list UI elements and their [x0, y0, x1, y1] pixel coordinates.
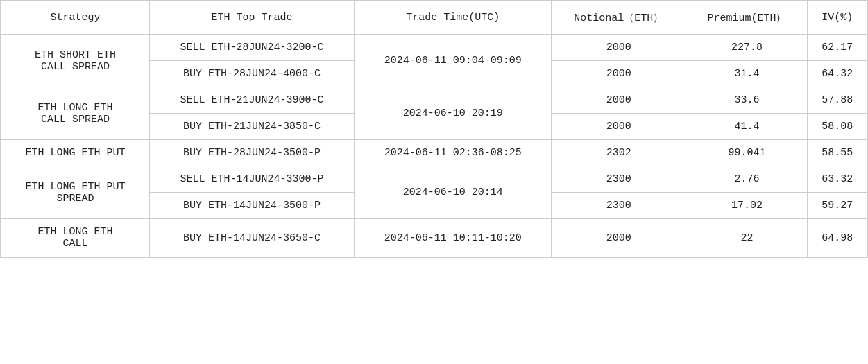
main-table-container: Strategy ETH Top Trade Trade Time(UTC) N…	[0, 0, 868, 258]
iv-cell: 63.32	[808, 166, 867, 193]
notional-cell: 2300	[552, 166, 686, 193]
table-row: ETH LONG ETH CALLBUY ETH-14JUN24-3650-C2…	[1, 219, 867, 257]
trade-time-cell: 2024-06-10 20:19	[355, 87, 552, 140]
trade-cell: SELL ETH-14JUN24-3300-P	[149, 166, 354, 193]
trade-cell: BUY ETH-28JUN24-3500-P	[149, 140, 354, 166]
premium-cell: 227.8	[686, 35, 808, 61]
table-row: ETH SHORT ETH CALL SPREADSELL ETH-28JUN2…	[1, 35, 867, 61]
premium-cell: 17.02	[686, 193, 808, 219]
iv-cell: 58.08	[808, 114, 867, 140]
header-iv: IV(%)	[808, 1, 867, 35]
table-row: ETH LONG ETH CALL SPREADSELL ETH-21JUN24…	[1, 87, 867, 114]
trade-time-cell: 2024-06-11 09:04-09:09	[355, 35, 552, 87]
premium-cell: 22	[686, 219, 808, 257]
trade-cell: BUY ETH-21JUN24-3850-C	[149, 114, 354, 140]
header-trade-time: Trade Time(UTC)	[355, 1, 552, 35]
premium-cell: 2.76	[686, 166, 808, 193]
table-row: ETH LONG ETH PUTBUY ETH-28JUN24-3500-P20…	[1, 140, 867, 166]
iv-cell: 64.32	[808, 61, 867, 87]
iv-cell: 62.17	[808, 35, 867, 61]
iv-cell: 57.88	[808, 87, 867, 114]
strategy-cell: ETH LONG ETH PUT	[1, 140, 150, 166]
premium-cell: 41.4	[686, 114, 808, 140]
trade-time-cell: 2024-06-11 02:36-08:25	[355, 140, 552, 166]
trade-cell: SELL ETH-21JUN24-3900-C	[149, 87, 354, 114]
header-notional: Notional（ETH）	[552, 1, 686, 35]
table-row: ETH LONG ETH PUT SPREADSELL ETH-14JUN24-…	[1, 166, 867, 193]
premium-cell: 31.4	[686, 61, 808, 87]
iv-cell: 64.98	[808, 219, 867, 257]
strategy-cell: ETH SHORT ETH CALL SPREAD	[1, 35, 150, 87]
trade-cell: BUY ETH-28JUN24-4000-C	[149, 61, 354, 87]
notional-cell: 2000	[552, 87, 686, 114]
notional-cell: 2302	[552, 140, 686, 166]
strategy-cell: ETH LONG ETH PUT SPREAD	[1, 166, 150, 219]
table-header-row: Strategy ETH Top Trade Trade Time(UTC) N…	[1, 1, 867, 35]
iv-cell: 59.27	[808, 193, 867, 219]
premium-cell: 99.041	[686, 140, 808, 166]
trade-cell: SELL ETH-28JUN24-3200-C	[149, 35, 354, 61]
trade-time-cell: 2024-06-10 20:14	[355, 166, 552, 219]
notional-cell: 2000	[552, 61, 686, 87]
notional-cell: 2000	[552, 35, 686, 61]
premium-cell: 33.6	[686, 87, 808, 114]
notional-cell: 2300	[552, 193, 686, 219]
notional-cell: 2000	[552, 114, 686, 140]
iv-cell: 58.55	[808, 140, 867, 166]
strategy-cell: ETH LONG ETH CALL	[1, 219, 150, 257]
header-strategy: Strategy	[1, 1, 150, 35]
trade-cell: BUY ETH-14JUN24-3650-C	[149, 219, 354, 257]
strategy-cell: ETH LONG ETH CALL SPREAD	[1, 87, 150, 140]
trade-cell: BUY ETH-14JUN24-3500-P	[149, 193, 354, 219]
notional-cell: 2000	[552, 219, 686, 257]
trades-table: Strategy ETH Top Trade Trade Time(UTC) N…	[1, 1, 867, 257]
header-premium: Premium(ETH）	[686, 1, 808, 35]
header-eth-top-trade: ETH Top Trade	[149, 1, 354, 35]
trade-time-cell: 2024-06-11 10:11-10:20	[355, 219, 552, 257]
